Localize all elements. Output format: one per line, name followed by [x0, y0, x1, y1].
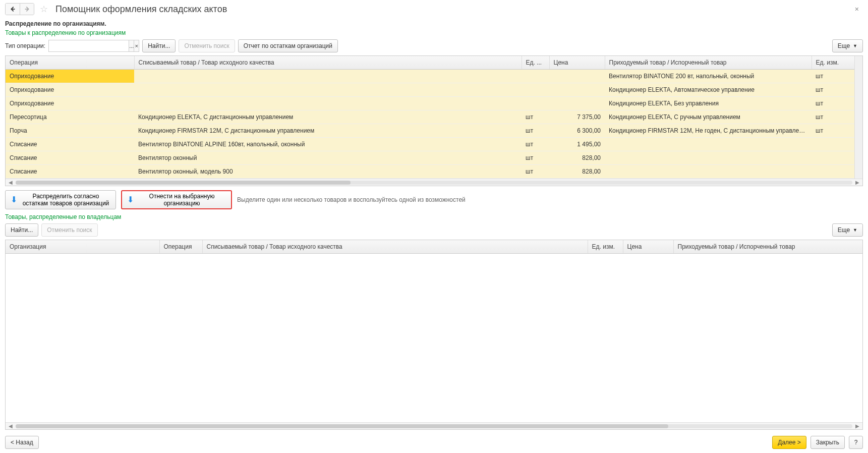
col-operation[interactable]: Операция — [6, 56, 134, 70]
cell-writeoff_item[interactable]: Кондиционер FIRMSTAR 12M, С дистанционны… — [134, 124, 522, 138]
cell-unit1[interactable] — [522, 83, 549, 97]
close-icon[interactable]: × — [851, 3, 863, 15]
next-button[interactable]: Далее > — [772, 436, 806, 449]
cell-unit2[interactable]: шт — [812, 110, 854, 124]
cell-unit2[interactable] — [812, 138, 854, 151]
cell-operation[interactable]: Порча — [6, 124, 134, 138]
col2-unit1[interactable]: Ед. изм. — [588, 240, 623, 254]
cell-unit1[interactable]: шт — [522, 110, 549, 124]
close-button[interactable]: Закрыть — [811, 436, 845, 449]
cell-unit1[interactable]: шт — [522, 165, 549, 179]
cell-price[interactable]: 7 375,00 — [549, 110, 605, 124]
cell-price[interactable] — [549, 70, 605, 83]
cell-unit2[interactable]: шт — [812, 97, 854, 110]
cell-unit1[interactable]: шт — [522, 138, 549, 151]
cell-unit1[interactable] — [522, 70, 549, 83]
cell-writeoff_item[interactable] — [134, 83, 522, 97]
cell-writeoff_item[interactable] — [134, 70, 522, 83]
cell-receipt_item[interactable] — [605, 138, 812, 151]
cell-operation[interactable]: Списание — [6, 165, 134, 179]
col-receipt-item[interactable]: Приходуемый товар / Испорченный товар — [605, 56, 812, 70]
operation-type-choose-button[interactable]: ... — [129, 40, 134, 51]
cell-operation[interactable]: Списание — [6, 151, 134, 165]
more-label: Еще — [838, 227, 850, 234]
favorite-star-icon[interactable]: ☆ — [38, 4, 49, 15]
col2-operation[interactable]: Операция — [159, 240, 202, 254]
cell-operation[interactable]: Оприходование — [6, 83, 134, 97]
cell-unit1[interactable] — [522, 97, 549, 110]
scroll-right-icon[interactable]: ▶ — [854, 180, 860, 185]
more-button-bottom[interactable]: Еще▼ — [832, 223, 863, 237]
cell-operation[interactable]: Списание — [6, 138, 134, 151]
col2-writeoff-item[interactable]: Списываемый товар / Товар исходного каче… — [202, 240, 588, 254]
cell-price[interactable]: 6 300,00 — [549, 124, 605, 138]
table-row[interactable]: СписаниеВентилятор оконный, модель 900шт… — [6, 165, 854, 179]
cell-unit2[interactable] — [812, 165, 854, 179]
scroll-thumb[interactable] — [16, 181, 351, 185]
col-price[interactable]: Цена — [549, 56, 605, 70]
find-button[interactable]: Найти... — [142, 39, 176, 52]
cell-price[interactable] — [549, 97, 605, 110]
nav-back-button[interactable] — [6, 4, 20, 15]
col-unit1[interactable]: Ед. ... — [522, 56, 549, 70]
assign-to-org-button[interactable]: ⬇ Отнести на выбранную организацию — [121, 190, 232, 209]
cell-unit2[interactable]: шт — [812, 124, 854, 138]
scroll-left-icon[interactable]: ◀ — [8, 423, 14, 429]
cell-unit2[interactable]: шт — [812, 70, 854, 83]
cell-receipt_item[interactable]: Кондиционер ELEKTA, С ручным управлением — [605, 110, 812, 124]
vertical-scrollbar[interactable] — [854, 56, 862, 179]
table-row[interactable]: ПорчаКондиционер FIRMSTAR 12M, С дистанц… — [6, 124, 854, 138]
scroll-track[interactable] — [16, 181, 852, 185]
more-button-top[interactable]: Еще▼ — [832, 39, 863, 52]
scroll-right-icon[interactable]: ▶ — [854, 423, 860, 429]
horizontal-scrollbar-top[interactable]: ◀ ▶ — [6, 179, 862, 186]
table-row[interactable]: СписаниеВентилятор оконныйшт828,00 — [6, 151, 854, 165]
col-writeoff-item[interactable]: Списываемый товар / Товар исходного каче… — [134, 56, 522, 70]
org-balances-report-button[interactable]: Отчет по остаткам организаций — [238, 39, 338, 52]
cell-operation[interactable]: Оприходование — [6, 97, 134, 110]
table-row[interactable]: ОприходованиеВентилятор BINATONE 200 вт,… — [6, 70, 854, 83]
cell-receipt_item[interactable]: Кондиционер ELEKTA, Без управления — [605, 97, 812, 110]
cell-price[interactable]: 828,00 — [549, 165, 605, 179]
col2-price[interactable]: Цена — [623, 240, 673, 254]
nav-forward-button[interactable] — [20, 4, 34, 15]
cell-unit2[interactable]: шт — [812, 83, 854, 97]
cell-price[interactable]: 828,00 — [549, 151, 605, 165]
operation-type-combo[interactable]: ... × — [48, 40, 139, 52]
scroll-left-icon[interactable]: ◀ — [8, 180, 14, 185]
col2-org[interactable]: Организация — [6, 240, 159, 254]
cell-receipt_item[interactable]: Вентилятор BINATONE 200 вт, напольный, о… — [605, 70, 812, 83]
operation-type-input[interactable] — [49, 40, 129, 51]
table-row[interactable]: ОприходованиеКондиционер ELEKTA, Без упр… — [6, 97, 854, 110]
find-button-bottom[interactable]: Найти... — [5, 223, 38, 237]
table-row[interactable]: ПересортицаКондиционер ELEKTA, С дистанц… — [6, 110, 854, 124]
cell-unit2[interactable] — [812, 151, 854, 165]
bottom-table-body[interactable] — [6, 254, 862, 422]
cell-receipt_item[interactable] — [605, 165, 812, 179]
col2-receipt-item[interactable]: Приходуемый товар / Испорченный товар — [673, 240, 862, 254]
cell-writeoff_item[interactable]: Вентилятор оконный, модель 900 — [134, 165, 522, 179]
operation-type-clear-button[interactable]: × — [134, 40, 139, 51]
back-button[interactable]: < Назад — [5, 436, 39, 449]
help-button[interactable]: ? — [849, 436, 863, 449]
horizontal-scrollbar-bottom[interactable]: ◀ ▶ — [6, 422, 862, 429]
table-row[interactable]: СписаниеВентилятор BINATONE ALPINE 160вт… — [6, 138, 854, 151]
scroll-thumb[interactable] — [16, 424, 668, 428]
cell-unit1[interactable]: шт — [522, 124, 549, 138]
cell-receipt_item[interactable]: Кондиционер ELEKTA, Автоматическое управ… — [605, 83, 812, 97]
cell-unit1[interactable]: шт — [522, 151, 549, 165]
cell-price[interactable]: 1 495,00 — [549, 138, 605, 151]
col-unit2[interactable]: Ед. изм. — [812, 56, 854, 70]
cell-writeoff_item[interactable]: Кондиционер ELEKTA, С дистанционным упра… — [134, 110, 522, 124]
cell-writeoff_item[interactable]: Вентилятор BINATONE ALPINE 160вт, наполь… — [134, 138, 522, 151]
scroll-track[interactable] — [16, 424, 852, 428]
cell-operation[interactable]: Оприходование — [6, 70, 134, 83]
cell-writeoff_item[interactable] — [134, 97, 522, 110]
cell-receipt_item[interactable]: Кондиционер FIRMSTAR 12M, Не годен, С ди… — [605, 124, 812, 138]
cell-operation[interactable]: Пересортица — [6, 110, 134, 124]
cell-receipt_item[interactable] — [605, 151, 812, 165]
cell-writeoff_item[interactable]: Вентилятор оконный — [134, 151, 522, 165]
cell-price[interactable] — [549, 83, 605, 97]
table-row[interactable]: ОприходованиеКондиционер ELEKTA, Автомат… — [6, 83, 854, 97]
distribute-by-balances-button[interactable]: ⬇ Распределить согласно остаткам товаров… — [5, 190, 116, 209]
